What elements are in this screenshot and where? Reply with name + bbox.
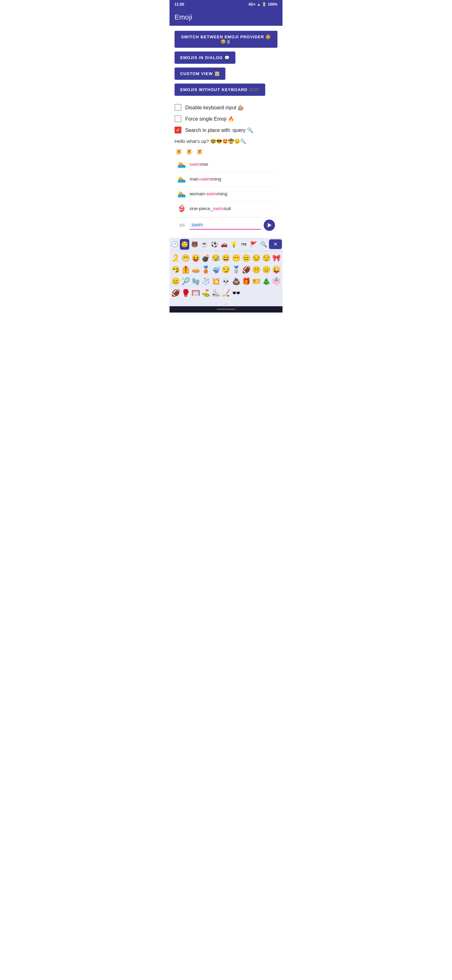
emoji-cell[interactable]: 💥 [211,276,220,287]
emoji-cell[interactable]: 🥧 [191,264,201,275]
emoji-tab-food[interactable]: ☕ [200,239,209,250]
input-row: ⌨️ [174,217,278,233]
emoji-tab-search[interactable]: 🔍 [259,239,268,250]
autocomplete-emoji-1: 🏊 [177,175,186,183]
emoji-cell[interactable]: 🏈 [171,287,181,299]
keyboard-toggle-button[interactable]: ⌨️ [177,220,187,230]
emoji-cell[interactable]: 🏈 [241,264,251,275]
autocomplete-list: 🏊 swimmer 🏊 man-swimming 🏊 woman-swimmin… [174,157,278,216]
autocomplete-emoji-3: 👙 [177,204,186,213]
emoji-cell[interactable]: 🏒 [221,287,231,299]
emoji-cell[interactable]: 🧤 [191,276,201,287]
emoji-cell[interactable]: 🤧 [171,264,181,275]
emoji-cell[interactable]: 🤫 [251,264,261,275]
emoji-tab-delete[interactable]: ✕ [269,239,282,249]
emoji-cell[interactable]: 😬 [181,253,190,264]
autocomplete-item-1[interactable]: 🏊 man-swimming [174,172,278,186]
emoji-tab-bar: 🕐 🙂 🐻 ☕ ⚽ 🚗 💡 !?# 🚩 🔍 ✕ [170,238,282,251]
emoji-tab-sports[interactable]: ⚽ [210,239,219,250]
disable-keyboard-row[interactable]: Disable keyboard input 🎰 [174,104,278,111]
autocomplete-text-3: one-piece_swimsuit [190,206,231,211]
emoji-tab-flags[interactable]: 🚩 [249,239,259,250]
autocomplete-item-2[interactable]: 🏊 woman-swimming [174,186,278,201]
emoji-cell[interactable]: 😪 [211,253,220,264]
emoji-cell[interactable]: 🧦 [201,276,211,287]
emoji-cell[interactable]: 😐 [241,253,251,264]
emoji-cell[interactable]: 😄 [221,253,231,264]
disable-keyboard-label: Disable keyboard input 🎰 [185,105,244,111]
emoji-cell[interactable]: 🥅 [191,287,201,299]
bottom-bar [170,306,282,313]
emoji-cell[interactable]: 😑 [171,276,181,287]
keyboard-icon: ⌨️ [179,222,185,228]
main-content: SWITCH BETWEEN EMOJI PROVIDER 🤩😆🕺 EMOJIS… [170,26,282,238]
send-arrow-icon [268,223,271,228]
signal-text: 4G+ [248,2,255,6]
app-title: Emoji [174,13,192,21]
status-bar: 11:00 4G+ ▲ 🔋 100% [170,0,282,9]
emoji-cell[interactable]: 💣 [201,253,211,264]
emoji-cell[interactable]: 😒 [251,253,261,264]
emoji-cell[interactable]: 🎁 [241,276,251,287]
search-in-place-row[interactable]: Search in place with :query 🔍 [174,127,278,134]
emoji-tab-objects[interactable]: 💡 [230,239,239,250]
battery-text: 100% [268,2,278,6]
autocomplete-item-0[interactable]: 🏊 swimmer [174,157,278,172]
emoji-cell[interactable]: 🦺 [181,264,190,275]
emoji-tab-recent[interactable]: 🕐 [170,239,179,250]
emojis-dialog-button[interactable]: EMOJIS IN DIALOG 💬 [174,51,235,64]
emoji-row: 🍺 🍺 🍺 [174,147,278,155]
emoji-cell[interactable]: 💩 [232,276,241,287]
bottom-bar-indicator [217,309,235,310]
emoji-cell[interactable]: ⛳ [201,287,211,299]
search-in-place-label: Search in place with :query 🔍 [185,127,253,133]
emoji-cell[interactable]: 🎗️ [171,253,181,264]
keyboard-chevron[interactable]: ⌄ [170,300,282,306]
disable-keyboard-checkbox[interactable] [174,104,181,111]
send-button[interactable] [264,220,275,231]
autocomplete-text-0: swimmer [190,161,208,167]
emoji-tab-animals[interactable]: 🐻 [190,239,199,250]
emoji-keyboard: 🕐 🙂 🐻 ☕ ⚽ 🚗 💡 !?# 🚩 🔍 ✕ 🎗️ 😬 😝 💣 😪 😄 😶 😐… [170,238,282,306]
emoji-tab-symbols[interactable]: !?# [239,240,248,248]
emoji-cell[interactable]: 🎀 [271,253,281,264]
switch-provider-button[interactable]: SWITCH BETWEEN EMOJI PROVIDER 🤩😆🕺 [174,31,278,48]
emoji-cell[interactable]: 😑 [262,264,271,275]
signal-icon: ▲ [257,2,260,6]
emoji-cell[interactable]: 🎾 [181,276,190,287]
emoji-cell[interactable]: 🎫 [251,276,261,287]
emoji-cell[interactable]: 😌 [262,253,271,264]
custom-view-button[interactable]: CUSTOM VIEW 🖼️ [174,68,225,80]
emoji-cell[interactable]: ⛸️ [211,287,220,299]
autocomplete-text-2: woman-swimming [190,191,227,196]
emoji-grid: 🎗️ 😬 😝 💣 😪 😄 😶 😐 😒 😌 🎀 🤧 🦺 🥧 🥉 🤿 😏 🥈 🏈 🤫… [170,251,282,300]
emoji-cell[interactable]: 🥊 [181,287,190,299]
emoji-cell[interactable]: 🎄 [262,276,271,287]
autocomplete-item-3[interactable]: 👙 one-piece_swimsuit [174,201,278,216]
message-text: Hello what's up? 🤓😎🤩🤠😏🔍 [174,138,278,145]
force-single-row[interactable]: Force single Emoji 🔥 [174,115,278,122]
force-single-checkbox[interactable] [174,115,181,122]
emoji-cell[interactable]: 😝 [191,253,201,264]
emoji-cell[interactable]: 🤿 [211,264,220,275]
emoji-cell[interactable]: 🕶️ [232,287,241,299]
emoji-cell[interactable]: 😶 [232,253,241,264]
search-in-place-checkbox[interactable] [174,127,181,134]
emoji-cell[interactable]: 😏 [221,264,231,275]
emoji-cell[interactable]: 😜 [271,264,281,275]
emoji-cell[interactable]: 👘 [271,276,281,287]
message-input[interactable] [190,221,261,230]
app-bar: Emoji [170,9,282,26]
emoji-cell[interactable]: 💀 [221,276,231,287]
emoji-tab-travel[interactable]: 🚗 [219,239,228,250]
emoji-cell[interactable]: 🥉 [201,264,211,275]
autocomplete-text-1: man-swimming [190,176,221,181]
autocomplete-emoji-0: 🏊 [177,160,186,169]
force-single-label: Force single Emoji 🔥 [185,116,234,122]
emoji-tab-faces[interactable]: 🙂 [180,239,189,250]
battery-icon: 🔋 [262,2,266,6]
emoji-cell[interactable]: 🥈 [232,264,241,275]
autocomplete-emoji-2: 🏊 [177,190,186,198]
status-time: 11:00 [174,2,184,6]
emojis-no-keyboard-button[interactable]: EMOJIS WITHOUT KEYBOARD 🟰🟰 [174,84,265,96]
